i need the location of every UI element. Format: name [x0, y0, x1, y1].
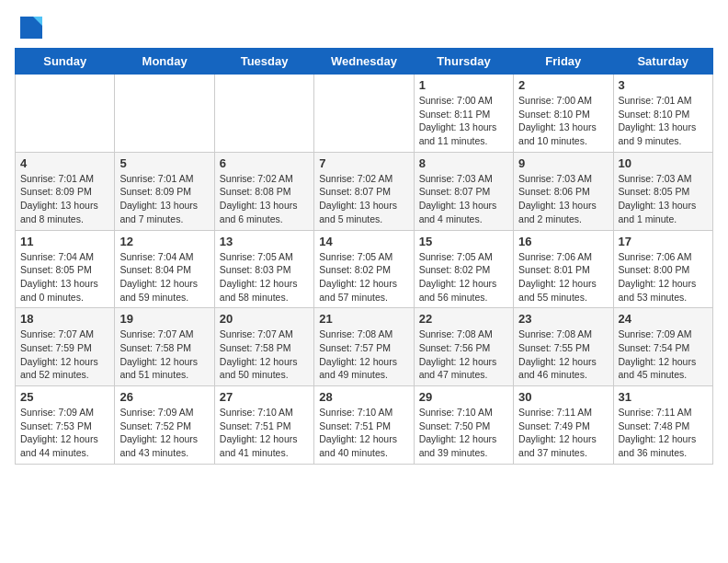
calendar-cell — [16, 75, 115, 153]
calendar-cell: 24Sunrise: 7:09 AM Sunset: 7:54 PM Dayli… — [613, 308, 712, 386]
day-number: 19 — [119, 312, 209, 326]
calendar-cell: 6Sunrise: 7:02 AM Sunset: 8:08 PM Daylig… — [214, 152, 313, 230]
col-header-saturday: Saturday — [613, 49, 712, 75]
day-info: Sunrise: 7:08 AM Sunset: 7:57 PM Dayligh… — [319, 327, 408, 382]
day-info: Sunrise: 7:09 AM Sunset: 7:54 PM Dayligh… — [619, 327, 708, 382]
day-number: 22 — [419, 312, 508, 326]
day-number: 4 — [20, 156, 109, 170]
day-number: 29 — [419, 390, 508, 404]
day-number: 14 — [319, 235, 408, 248]
day-info: Sunrise: 7:04 AM Sunset: 8:05 PM Dayligh… — [20, 250, 109, 304]
calendar-cell — [314, 75, 414, 153]
day-info: Sunrise: 7:03 AM Sunset: 8:07 PM Dayligh… — [419, 172, 508, 226]
calendar-cell: 8Sunrise: 7:03 AM Sunset: 8:07 PM Daylig… — [414, 152, 513, 230]
calendar-header-row: SundayMondayTuesdayWednesdayThursdayFrid… — [16, 49, 713, 75]
day-info: Sunrise: 7:05 AM Sunset: 8:02 PM Dayligh… — [419, 250, 508, 304]
calendar-cell: 9Sunrise: 7:03 AM Sunset: 8:06 PM Daylig… — [514, 152, 613, 230]
day-number: 21 — [319, 312, 408, 326]
day-number: 10 — [619, 156, 708, 170]
calendar-cell: 16Sunrise: 7:06 AM Sunset: 8:01 PM Dayli… — [514, 230, 613, 308]
day-info: Sunrise: 7:11 AM Sunset: 7:48 PM Dayligh… — [619, 406, 708, 460]
day-number: 12 — [119, 235, 209, 248]
calendar-cell: 19Sunrise: 7:07 AM Sunset: 7:58 PM Dayli… — [115, 308, 214, 386]
calendar-cell: 20Sunrise: 7:07 AM Sunset: 7:58 PM Dayli… — [214, 308, 313, 386]
day-info: Sunrise: 7:07 AM Sunset: 7:58 PM Dayligh… — [119, 327, 209, 382]
day-number: 3 — [619, 78, 708, 92]
day-number: 28 — [319, 390, 408, 404]
col-header-sunday: Sunday — [16, 49, 115, 75]
calendar-week-row: 11Sunrise: 7:04 AM Sunset: 8:05 PM Dayli… — [16, 230, 713, 308]
day-number: 16 — [518, 235, 608, 248]
day-number: 11 — [20, 235, 109, 248]
logo — [15, 15, 44, 40]
day-number: 13 — [220, 235, 309, 248]
calendar-week-row: 25Sunrise: 7:09 AM Sunset: 7:53 PM Dayli… — [16, 386, 713, 465]
day-info: Sunrise: 7:03 AM Sunset: 8:05 PM Dayligh… — [619, 172, 708, 226]
calendar-cell — [115, 75, 214, 153]
day-info: Sunrise: 7:05 AM Sunset: 8:03 PM Dayligh… — [220, 250, 309, 304]
calendar-cell: 1Sunrise: 7:00 AM Sunset: 8:11 PM Daylig… — [414, 75, 513, 153]
day-info: Sunrise: 7:06 AM Sunset: 8:00 PM Dayligh… — [619, 250, 708, 304]
calendar-cell: 14Sunrise: 7:05 AM Sunset: 8:02 PM Dayli… — [314, 230, 414, 308]
day-number: 2 — [518, 78, 608, 92]
calendar-cell: 27Sunrise: 7:10 AM Sunset: 7:51 PM Dayli… — [214, 386, 313, 465]
col-header-wednesday: Wednesday — [314, 49, 414, 75]
day-info: Sunrise: 7:07 AM Sunset: 7:58 PM Dayligh… — [220, 327, 309, 382]
calendar-cell: 22Sunrise: 7:08 AM Sunset: 7:56 PM Dayli… — [414, 308, 513, 386]
day-info: Sunrise: 7:09 AM Sunset: 7:53 PM Dayligh… — [20, 406, 109, 460]
calendar-cell: 21Sunrise: 7:08 AM Sunset: 7:57 PM Dayli… — [314, 308, 414, 386]
calendar-cell: 26Sunrise: 7:09 AM Sunset: 7:52 PM Dayli… — [115, 386, 214, 465]
day-info: Sunrise: 7:10 AM Sunset: 7:51 PM Dayligh… — [319, 406, 408, 460]
calendar-cell: 5Sunrise: 7:01 AM Sunset: 8:09 PM Daylig… — [115, 152, 214, 230]
day-number: 1 — [419, 78, 508, 92]
calendar-cell: 7Sunrise: 7:02 AM Sunset: 8:07 PM Daylig… — [314, 152, 414, 230]
day-number: 24 — [619, 312, 708, 326]
col-header-thursday: Thursday — [414, 49, 513, 75]
col-header-monday: Monday — [115, 49, 214, 75]
calendar-cell: 3Sunrise: 7:01 AM Sunset: 8:10 PM Daylig… — [613, 75, 712, 153]
calendar-cell: 18Sunrise: 7:07 AM Sunset: 7:59 PM Dayli… — [16, 308, 115, 386]
day-number: 8 — [419, 156, 508, 170]
day-info: Sunrise: 7:01 AM Sunset: 8:10 PM Dayligh… — [619, 94, 708, 148]
calendar-cell: 31Sunrise: 7:11 AM Sunset: 7:48 PM Dayli… — [613, 386, 712, 465]
calendar-cell — [214, 75, 313, 153]
day-info: Sunrise: 7:03 AM Sunset: 8:06 PM Dayligh… — [518, 172, 608, 226]
day-info: Sunrise: 7:08 AM Sunset: 7:55 PM Dayligh… — [518, 327, 608, 382]
day-info: Sunrise: 7:04 AM Sunset: 8:04 PM Dayligh… — [119, 250, 209, 304]
logo-icon — [18, 15, 44, 40]
calendar-cell: 29Sunrise: 7:10 AM Sunset: 7:50 PM Dayli… — [414, 386, 513, 465]
day-info: Sunrise: 7:01 AM Sunset: 8:09 PM Dayligh… — [20, 172, 109, 226]
day-number: 5 — [119, 156, 209, 170]
day-number: 7 — [319, 156, 408, 170]
calendar-cell: 13Sunrise: 7:05 AM Sunset: 8:03 PM Dayli… — [214, 230, 313, 308]
day-info: Sunrise: 7:05 AM Sunset: 8:02 PM Dayligh… — [319, 250, 408, 304]
page-header — [15, 15, 713, 40]
day-info: Sunrise: 7:10 AM Sunset: 7:50 PM Dayligh… — [419, 406, 508, 460]
day-number: 26 — [119, 390, 209, 404]
calendar-week-row: 18Sunrise: 7:07 AM Sunset: 7:59 PM Dayli… — [16, 308, 713, 386]
day-number: 31 — [619, 390, 708, 404]
calendar-table: SundayMondayTuesdayWednesdayThursdayFrid… — [15, 48, 713, 465]
col-header-tuesday: Tuesday — [214, 49, 313, 75]
calendar-cell: 11Sunrise: 7:04 AM Sunset: 8:05 PM Dayli… — [16, 230, 115, 308]
calendar-cell: 10Sunrise: 7:03 AM Sunset: 8:05 PM Dayli… — [613, 152, 712, 230]
day-info: Sunrise: 7:07 AM Sunset: 7:59 PM Dayligh… — [20, 327, 109, 382]
calendar-cell: 12Sunrise: 7:04 AM Sunset: 8:04 PM Dayli… — [115, 230, 214, 308]
day-info: Sunrise: 7:08 AM Sunset: 7:56 PM Dayligh… — [419, 327, 508, 382]
calendar-week-row: 4Sunrise: 7:01 AM Sunset: 8:09 PM Daylig… — [16, 152, 713, 230]
calendar-cell: 25Sunrise: 7:09 AM Sunset: 7:53 PM Dayli… — [16, 386, 115, 465]
day-info: Sunrise: 7:02 AM Sunset: 8:08 PM Dayligh… — [220, 172, 309, 226]
day-number: 15 — [419, 235, 508, 248]
calendar-cell: 15Sunrise: 7:05 AM Sunset: 8:02 PM Dayli… — [414, 230, 513, 308]
calendar-cell: 2Sunrise: 7:00 AM Sunset: 8:10 PM Daylig… — [514, 75, 613, 153]
day-info: Sunrise: 7:10 AM Sunset: 7:51 PM Dayligh… — [220, 406, 309, 460]
day-number: 18 — [20, 312, 109, 326]
day-number: 9 — [518, 156, 608, 170]
calendar-cell: 17Sunrise: 7:06 AM Sunset: 8:00 PM Dayli… — [613, 230, 712, 308]
calendar-cell: 4Sunrise: 7:01 AM Sunset: 8:09 PM Daylig… — [16, 152, 115, 230]
day-number: 25 — [20, 390, 109, 404]
day-info: Sunrise: 7:09 AM Sunset: 7:52 PM Dayligh… — [119, 406, 209, 460]
day-number: 27 — [220, 390, 309, 404]
day-info: Sunrise: 7:02 AM Sunset: 8:07 PM Dayligh… — [319, 172, 408, 226]
day-number: 30 — [518, 390, 608, 404]
